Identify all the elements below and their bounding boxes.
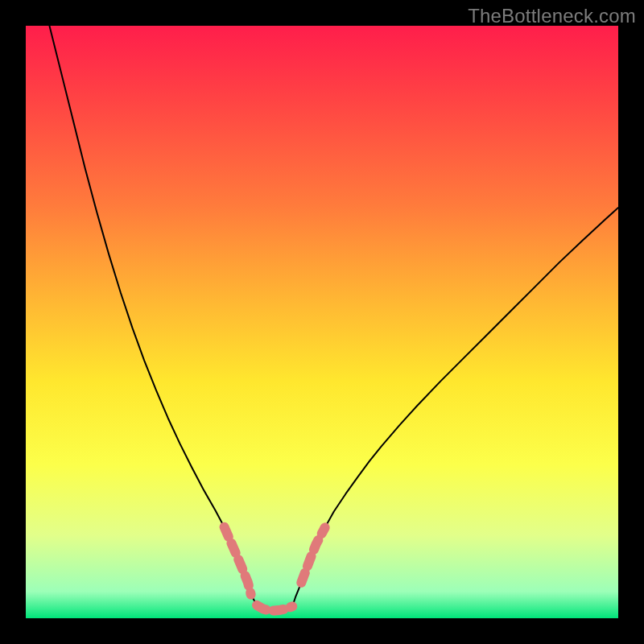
outer-frame: TheBottleneck.com — [0, 0, 644, 644]
bottleneck-chart — [26, 26, 618, 618]
plot-area — [26, 26, 618, 618]
highlight-valley-floor — [257, 605, 292, 611]
watermark-text: TheBottleneck.com — [468, 5, 636, 27]
